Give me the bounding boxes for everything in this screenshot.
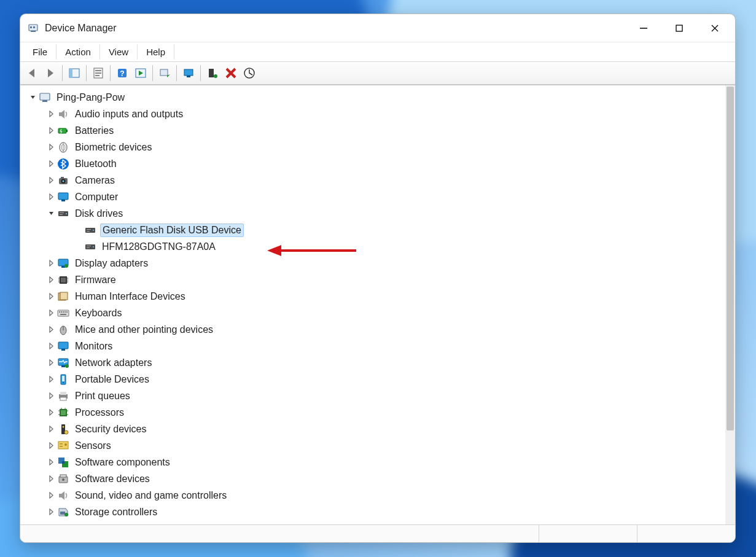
tree-item-label[interactable]: Ping-Pang-Pow — [55, 92, 127, 104]
chevron-right-icon[interactable] — [46, 176, 56, 185]
menu-help[interactable]: Help — [138, 44, 174, 60]
tree-item-label[interactable]: Security devices — [73, 423, 149, 435]
tree-row[interactable]: HFM128GDGTNG-87A0A — [24, 238, 725, 255]
tree-item-label[interactable]: Computer — [73, 191, 120, 203]
tree-row[interactable]: Batteries — [24, 122, 725, 139]
menu-view[interactable]: View — [100, 44, 138, 60]
tree-item-label[interactable]: Processors — [73, 407, 126, 419]
tree-row[interactable]: Portable Devices — [24, 371, 725, 388]
tree-item-label[interactable]: Firmware — [73, 274, 118, 286]
bluetooth-icon — [57, 158, 69, 170]
svg-rect-26 — [42, 100, 47, 102]
menu-file[interactable]: File — [24, 44, 57, 60]
tree-row[interactable]: Audio inputs and outputs — [24, 106, 725, 122]
tree-row[interactable]: Network adapters — [24, 354, 725, 371]
properties-button[interactable] — [89, 64, 107, 82]
chevron-right-icon[interactable] — [46, 275, 56, 285]
tree-row[interactable]: Firmware — [24, 271, 725, 288]
tree-row[interactable]: Disk drives — [24, 205, 725, 222]
tree-row[interactable]: Software components — [24, 454, 725, 470]
tree-item-label[interactable]: Monitors — [73, 340, 114, 353]
scrollbar-thumb[interactable] — [727, 87, 734, 430]
chevron-down-icon[interactable] — [46, 209, 56, 219]
scrollbar[interactable] — [725, 85, 735, 524]
tree-row[interactable]: Computer — [24, 189, 725, 205]
chevron-right-icon[interactable] — [46, 126, 56, 136]
enable-device-button[interactable] — [203, 64, 222, 82]
disable-device-button[interactable] — [240, 64, 259, 82]
tree-item-label[interactable]: Bluetooth — [73, 158, 119, 170]
tree-item-label[interactable]: Mice and other pointing devices — [73, 324, 215, 336]
tree-row[interactable]: Human Interface Devices — [24, 288, 725, 305]
chevron-right-icon[interactable] — [46, 109, 56, 119]
tree-row[interactable]: Security devices — [24, 421, 725, 437]
tree-item-label[interactable]: Portable Devices — [73, 373, 151, 386]
tree-row[interactable]: Print queues — [24, 388, 725, 404]
tree-item-label[interactable]: Cameras — [73, 174, 117, 187]
tree-item-label[interactable]: Display adapters — [73, 257, 150, 270]
tree-row[interactable]: Cameras — [24, 172, 725, 189]
svg-point-106 — [64, 513, 68, 516]
tree-item-label[interactable]: Sound, video and game controllers — [73, 489, 228, 502]
update-driver-button[interactable] — [155, 64, 174, 82]
chevron-right-icon[interactable] — [46, 341, 56, 351]
tree-item-label[interactable]: Biometric devices — [73, 141, 154, 154]
tree-item-label[interactable]: HFM128GDGTNG-87A0A — [100, 241, 217, 253]
chevron-right-icon[interactable] — [46, 259, 56, 268]
tree-row[interactable]: Processors — [24, 404, 725, 421]
tree-item-label[interactable]: Software devices — [73, 473, 152, 485]
tree-item-label[interactable]: Audio inputs and outputs — [73, 108, 185, 120]
chevron-right-icon[interactable] — [46, 474, 56, 484]
tree-row[interactable]: Mice and other pointing devices — [24, 321, 725, 338]
tree-item-label[interactable]: Software components — [73, 456, 172, 469]
tree-row[interactable]: Ping-Pang-Pow — [24, 89, 725, 106]
forward-button[interactable] — [41, 64, 60, 82]
chevron-right-icon[interactable] — [46, 192, 56, 202]
tree-item-label[interactable]: Human Interface Devices — [73, 290, 187, 303]
chevron-right-icon[interactable] — [46, 308, 56, 318]
tree-row[interactable]: Biometric devices — [24, 139, 725, 155]
chevron-right-icon[interactable] — [46, 507, 56, 517]
tree-row[interactable]: Sound, video and game controllers — [24, 487, 725, 504]
refresh-button[interactable] — [131, 64, 150, 82]
chevron-right-icon[interactable] — [46, 491, 56, 501]
chevron-right-icon[interactable] — [46, 375, 56, 384]
scan-hardware-button[interactable] — [179, 64, 198, 82]
tree-row[interactable]: Monitors — [24, 338, 725, 354]
uninstall-device-button[interactable] — [222, 64, 240, 82]
tree-item-label[interactable]: Network adapters — [73, 357, 154, 369]
menu-action[interactable]: Action — [57, 44, 100, 60]
maximize-button[interactable] — [661, 14, 697, 42]
tree-item-label[interactable]: Print queues — [73, 390, 132, 402]
tree-row[interactable]: Display adapters — [24, 255, 725, 271]
help-button[interactable]: ? — [113, 64, 131, 82]
chevron-right-icon[interactable] — [46, 159, 56, 169]
tree-row[interactable]: Software devices — [24, 470, 725, 487]
chevron-right-icon[interactable] — [46, 458, 56, 467]
back-button[interactable] — [23, 64, 41, 82]
minimize-button[interactable] — [626, 14, 661, 42]
tree-item-label[interactable]: Storage controllers — [73, 506, 159, 518]
tree-row[interactable]: Keyboards — [24, 305, 725, 321]
tree-row[interactable]: Bluetooth — [24, 155, 725, 172]
tree-row[interactable]: Storage controllers — [24, 504, 725, 520]
chevron-right-icon[interactable] — [46, 408, 56, 418]
chevron-right-icon[interactable] — [46, 292, 56, 302]
tree-item-label[interactable]: Disk drives — [73, 208, 125, 220]
close-button[interactable] — [697, 14, 733, 42]
chevron-down-icon[interactable] — [28, 93, 37, 103]
tree-row[interactable]: Generic Flash Disk USB Device — [24, 222, 725, 238]
chevron-right-icon[interactable] — [46, 358, 56, 368]
tree-item-label[interactable]: Keyboards — [73, 307, 124, 319]
chevron-right-icon[interactable] — [46, 441, 56, 451]
tree-item-label[interactable]: Generic Flash Disk USB Device — [100, 224, 244, 237]
tree-item-label[interactable]: Sensors — [73, 440, 113, 452]
chevron-right-icon[interactable] — [46, 142, 56, 152]
chevron-right-icon[interactable] — [46, 391, 56, 401]
tree-row[interactable]: Sensors — [24, 437, 725, 454]
device-tree[interactable]: Ping-Pang-Pow Audio inputs and outputs B… — [20, 85, 725, 524]
chevron-right-icon[interactable] — [46, 424, 56, 434]
chevron-right-icon[interactable] — [46, 325, 56, 335]
tree-item-label[interactable]: Batteries — [73, 125, 115, 137]
show-hide-tree-button[interactable] — [65, 64, 84, 82]
